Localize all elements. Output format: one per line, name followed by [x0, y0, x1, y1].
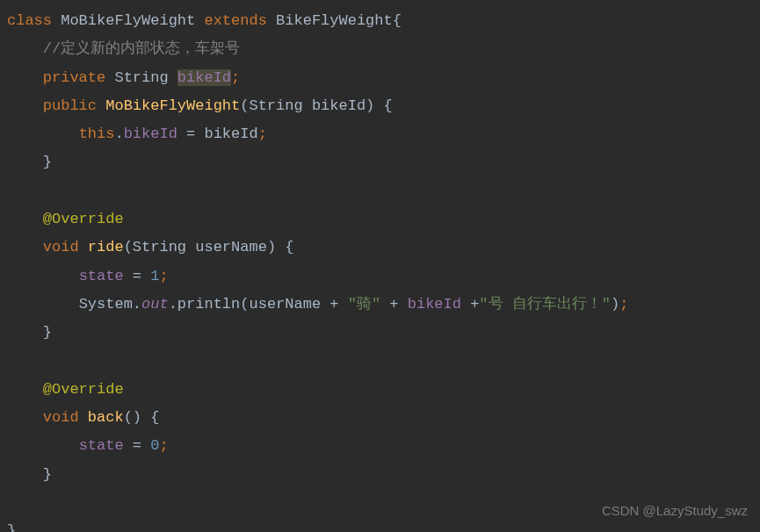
operator-eq: = [124, 437, 151, 454]
brace: { [285, 239, 293, 255]
brace: { [393, 12, 402, 29]
paren: ) [267, 239, 276, 255]
paren: ) [366, 97, 374, 114]
keyword-void: void [43, 409, 79, 426]
system-class: System [79, 296, 133, 313]
code-line: } [0, 319, 760, 347]
code-line: class MoBikeFlyWeight extends BikeFlyWei… [0, 7, 760, 35]
field-bikeid: bikeId [408, 296, 461, 313]
dot: . [114, 126, 123, 142]
watermark: CSDN @LazyStudy_swz [602, 499, 748, 524]
operator-plus: + [380, 296, 408, 313]
code-line: } [0, 461, 760, 489]
code-line-empty [0, 348, 760, 376]
field-bikeid: bikeId [177, 69, 231, 86]
superclass-name: BikeFlyWeight [276, 12, 393, 29]
param-name: bikeId [312, 97, 366, 114]
field-bikeid: bikeId [124, 126, 177, 142]
keyword-class: class [7, 12, 52, 29]
keyword-extends: extends [204, 12, 266, 29]
constructor-name: MoBikeFlyWeight [105, 97, 240, 114]
code-line: void back() { [0, 404, 760, 432]
class-name: MoBikeFlyWeight [61, 12, 195, 29]
paren: ( [240, 97, 249, 114]
string-literal: "骑" [348, 296, 380, 313]
method-println: println [177, 296, 240, 313]
keyword-void: void [43, 239, 79, 255]
paren: ) [133, 409, 141, 426]
string-literal: "号 自行车出行！" [479, 296, 611, 313]
type: String [114, 69, 168, 86]
param-name: userName [195, 239, 267, 255]
method-back: back [88, 409, 124, 426]
code-line: this.bikeId = bikeId; [0, 120, 760, 148]
field-state: state [79, 437, 124, 454]
number-literal: 0 [150, 437, 159, 454]
arg: userName [249, 296, 321, 313]
operator-plus: + [321, 296, 348, 313]
semicolon: ; [619, 296, 628, 313]
operator-eq: = [177, 126, 205, 142]
annotation-override: @Override [43, 211, 124, 227]
brace: } [43, 466, 52, 483]
code-line: private String bikeId; [0, 64, 760, 92]
keyword-this: this [79, 126, 115, 142]
operator-eq: = [124, 268, 151, 284]
code-line: } [0, 148, 760, 176]
annotation-override: @Override [43, 381, 124, 398]
semicolon: ; [258, 126, 267, 142]
param-type: String [249, 97, 302, 114]
code-line: void ride(String userName) { [0, 234, 760, 262]
semicolon: ; [231, 69, 240, 86]
comment: //定义新的内部状态，车架号 [43, 40, 240, 57]
keyword-private: private [43, 69, 105, 86]
semicolon: ; [159, 268, 168, 284]
param-type: String [133, 239, 186, 255]
code-line: @Override [0, 376, 760, 404]
brace: } [43, 324, 52, 341]
operator-plus: + [461, 296, 479, 313]
method-ride: ride [88, 239, 124, 255]
field-state: state [79, 268, 124, 284]
keyword-public: public [43, 97, 97, 114]
number-literal: 1 [150, 268, 159, 284]
param-ref: bikeId [204, 126, 257, 142]
code-line-empty [0, 177, 760, 205]
brace: { [150, 409, 159, 426]
code-editor[interactable]: class MoBikeFlyWeight extends BikeFlyWei… [0, 7, 760, 532]
paren: ( [240, 296, 249, 313]
code-line: //定义新的内部状态，车架号 [0, 35, 760, 63]
brace: { [384, 97, 393, 114]
code-line: state = 0; [0, 432, 760, 460]
semicolon: ; [159, 437, 168, 454]
code-line: public MoBikeFlyWeight(String bikeId) { [0, 92, 760, 120]
paren: ( [124, 409, 133, 426]
code-line: @Override [0, 205, 760, 234]
paren: ( [124, 239, 133, 255]
dot: . [133, 296, 141, 313]
dot: . [169, 296, 177, 313]
brace: } [7, 522, 16, 532]
code-line: System.out.println(userName + "骑" + bike… [0, 291, 760, 319]
paren: ) [611, 296, 619, 313]
field-out: out [141, 296, 169, 313]
code-line: state = 1; [0, 262, 760, 291]
brace: } [43, 154, 52, 170]
